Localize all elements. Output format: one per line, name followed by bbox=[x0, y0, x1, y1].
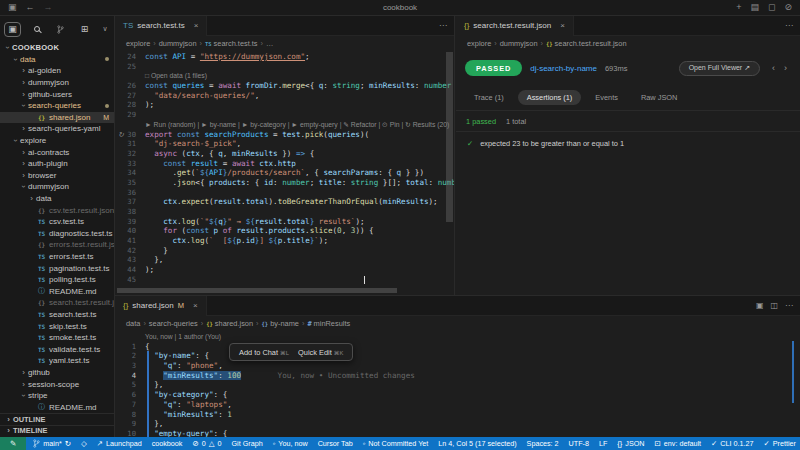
code-line-44[interactable]: 44); bbox=[115, 265, 454, 275]
env-item[interactable]: ⊡env: default bbox=[650, 437, 706, 450]
not-committed-item[interactable]: ◦Not Committed Yet bbox=[358, 437, 434, 450]
codelens-row[interactable]: □ Open data (1 files) bbox=[115, 71, 454, 81]
code-line-32[interactable]: 32 async (ctx, { q, minResults }) => { bbox=[115, 149, 454, 159]
tab-search-test-ts[interactable]: TS search.test.ts × bbox=[115, 16, 207, 36]
code-editor[interactable]: 24const API = "https://dummyjson.com";25… bbox=[115, 51, 454, 285]
code-line-27[interactable]: 27 "data/search-queries/", bbox=[115, 91, 454, 101]
split-editor-icon[interactable]: ◫ bbox=[770, 301, 778, 310]
code-line-42[interactable]: 42 } bbox=[115, 246, 454, 256]
code-line-39[interactable]: 39 ctx.log(`"${q}" → ${result.total} res… bbox=[115, 217, 454, 227]
tree-item-dummyjson[interactable]: ›dummyjson bbox=[0, 181, 114, 193]
tree-item-dummyjson[interactable]: ›dummyjson bbox=[0, 77, 114, 89]
chevron-down-icon[interactable]: ∨ bbox=[100, 22, 110, 37]
result-tab-events[interactable]: Events bbox=[586, 90, 627, 105]
close-icon[interactable]: × bbox=[194, 21, 199, 30]
git-branch-item[interactable]: main*↻ bbox=[28, 437, 76, 450]
codelens-row[interactable]: ► Run (random) | ► by-name | ► by-catego… bbox=[115, 120, 454, 130]
tree-item-csv-test-result-json[interactable]: {}csv.test.result.json bbox=[0, 204, 114, 216]
timeline-section[interactable]: ›TIMELINE bbox=[0, 425, 114, 437]
cursor-tab-item[interactable]: Cursor Tab bbox=[313, 437, 358, 450]
indentation[interactable]: Spaces: 2 bbox=[522, 437, 564, 450]
code-line-7[interactable]: 7 "q": "laptops", bbox=[115, 400, 800, 410]
result-tab-trace-1-[interactable]: Trace (1) bbox=[465, 90, 513, 105]
new-tab-icon[interactable]: + bbox=[736, 3, 741, 12]
cursor-position[interactable]: Ln 4, Col 5 (17 selected) bbox=[433, 437, 521, 450]
tree-item-search-test-ts[interactable]: TSsearch.test.ts bbox=[0, 309, 114, 321]
code-line-34[interactable]: 34 .get(`${API}/products/search`, { sear… bbox=[115, 168, 454, 178]
tree-item-skip-test-ts[interactable]: TSskip.test.ts bbox=[0, 320, 114, 332]
tree-item-github[interactable]: ›github bbox=[0, 367, 114, 379]
tree-item-ai-golden[interactable]: ›ai-golden bbox=[0, 65, 114, 77]
code-line-41[interactable]: 41 ctx.log(` [${p.id}] ${p.title}`); bbox=[115, 236, 454, 246]
prettier-item[interactable]: ✓Prettier bbox=[758, 437, 800, 450]
tree-item-errors-test-ts[interactable]: TSerrors.test.ts bbox=[0, 251, 114, 263]
more-actions-icon[interactable]: ⋯ bbox=[439, 21, 447, 30]
assertion-row[interactable]: ✓ expected 23 to be greater than or equa… bbox=[456, 132, 800, 155]
dnd-icon[interactable]: ⊘ bbox=[784, 3, 792, 12]
quick-edit-button[interactable]: Quick Edit⌘K bbox=[298, 348, 343, 357]
codelens-row[interactable]: You, now | 1 author (You) bbox=[115, 332, 800, 342]
outline-section[interactable]: ›OUTLINE bbox=[0, 413, 114, 425]
tree-item-data[interactable]: ›data bbox=[0, 193, 114, 205]
test-name-link[interactable]: dj-search-by-name bbox=[530, 64, 597, 73]
breadcrumb-item[interactable]: search-queries bbox=[149, 319, 198, 328]
window-menu-icon[interactable]: ▣ bbox=[8, 3, 17, 12]
tree-item-shared-json[interactable]: {}shared.jsonM bbox=[0, 112, 114, 124]
git-graph-item[interactable]: Git Graph bbox=[227, 437, 268, 450]
tree-item-stripe[interactable]: ›stripe bbox=[0, 390, 114, 402]
code-line-1[interactable]: 1{ bbox=[115, 342, 800, 352]
code-line-2[interactable]: 2 "by-name": { bbox=[115, 351, 800, 361]
code-line-26[interactable]: 26const queries = await fromDir.merge<{ … bbox=[115, 81, 454, 91]
breadcrumb-item[interactable]: {}search.test.result.json bbox=[546, 39, 627, 48]
tree-item-search-queries-yaml[interactable]: ›search-queries-yaml bbox=[0, 123, 114, 135]
breadcrumb-item[interactable]: TSsearch.test.ts bbox=[205, 39, 258, 48]
code-line-10[interactable]: 10 "empty-query": { bbox=[115, 429, 800, 437]
breadcrumb-item[interactable]: dummyjson bbox=[500, 39, 538, 48]
code-line-8[interactable]: 8 "minResults": 1 bbox=[115, 410, 800, 420]
result-tab-assertions-1-[interactable]: Assertions (1) bbox=[518, 90, 582, 105]
code-line-33[interactable]: 33 const result = await ctx.http bbox=[115, 159, 454, 169]
copilot-item[interactable]: ◇ bbox=[76, 437, 92, 450]
code-line-43[interactable]: 43 }, bbox=[115, 255, 454, 265]
code-editor[interactable]: You, now | 1 author (You)1{2 "by-name": … bbox=[115, 331, 800, 437]
close-icon[interactable]: × bbox=[560, 21, 565, 30]
tab-shared-json[interactable]: {} shared.json M × bbox=[115, 296, 207, 316]
code-line-24[interactable]: 24const API = "https://dummyjson.com"; bbox=[115, 52, 454, 62]
tree-item-validate-test-ts[interactable]: TSvalidate.test.ts bbox=[0, 343, 114, 355]
close-icon[interactable]: × bbox=[193, 301, 198, 310]
encoding[interactable]: UTF-8 bbox=[564, 437, 594, 450]
tree-item-data[interactable]: ›data bbox=[0, 54, 114, 66]
more-actions-icon[interactable]: ⋯ bbox=[785, 21, 793, 30]
code-line-28[interactable]: 28); bbox=[115, 100, 454, 110]
tree-item-browser[interactable]: ›browser bbox=[0, 170, 114, 182]
breadcrumb-item[interactable]: {}by-name bbox=[262, 319, 299, 328]
code-line-31[interactable]: 31 "dj-search-$_pick", bbox=[115, 139, 454, 149]
editor-layout-icon[interactable]: ▣ bbox=[756, 301, 764, 310]
code-line-6[interactable]: 6 "by-category": { bbox=[115, 390, 800, 400]
code-line-38[interactable]: 38 bbox=[115, 207, 454, 217]
code-line-40[interactable]: 40 for (const p of result.products.slice… bbox=[115, 226, 454, 236]
chat-icon[interactable]: ◻ bbox=[768, 3, 775, 12]
tree-item-auth-plugin[interactable]: ›auth-plugin bbox=[0, 158, 114, 170]
code-line-5[interactable]: 5 }, bbox=[115, 380, 800, 390]
language-mode[interactable]: {}JSON bbox=[612, 437, 649, 450]
code-line-25[interactable]: 25 bbox=[115, 62, 454, 72]
more-actions-icon[interactable]: ⋯ bbox=[785, 301, 793, 310]
tree-item-search-queries[interactable]: ›search-queries bbox=[0, 100, 114, 112]
open-full-viewer-button[interactable]: Open Full Viewer ↗ bbox=[679, 61, 760, 76]
code-line-29[interactable]: 29 bbox=[115, 110, 454, 120]
tree-item-readme-md[interactable]: ⓘREADME.md bbox=[0, 401, 114, 413]
source-control-icon[interactable] bbox=[52, 22, 69, 37]
breadcrumb-item[interactable]: dummyjson bbox=[159, 39, 197, 48]
breadcrumb-item[interactable]: explore bbox=[467, 39, 491, 48]
result-tab-raw-json[interactable]: Raw JSON bbox=[632, 90, 687, 105]
code-line-9[interactable]: 9 }, bbox=[115, 419, 800, 429]
extensions-icon[interactable]: ⊞ bbox=[76, 22, 93, 37]
problems-item[interactable]: ⊘0△0 bbox=[187, 437, 226, 450]
code-line-30[interactable]: ↻30export const searchProducts = test.pi… bbox=[115, 130, 454, 140]
code-line-35[interactable]: 35 .json<{ products: { id: number; title… bbox=[115, 178, 454, 188]
project-item[interactable]: cookbook bbox=[147, 437, 188, 450]
launchpad-item[interactable]: ↗Launchpad bbox=[92, 437, 147, 450]
tree-item-session-scope[interactable]: ›session-scope bbox=[0, 378, 114, 390]
tree-item-smoke-test-ts[interactable]: TSsmoke.test.ts bbox=[0, 332, 114, 344]
